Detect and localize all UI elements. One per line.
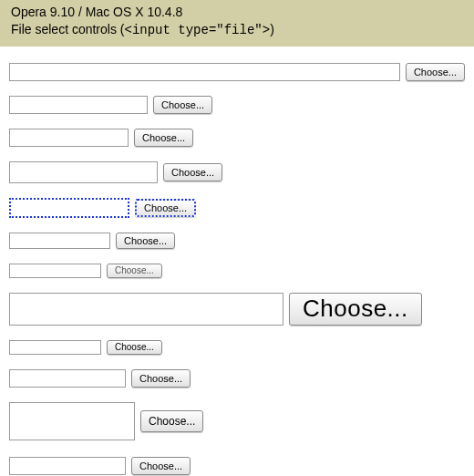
file-path-input[interactable]: [9, 402, 135, 440]
file-path-input[interactable]: [9, 161, 158, 183]
subtitle-suffix: ): [270, 22, 274, 36]
subtitle-prefix: File select controls (: [11, 22, 124, 36]
file-path-input[interactable]: [9, 63, 400, 81]
choose-button[interactable]: Choose...: [153, 96, 212, 114]
choose-button[interactable]: Choose...: [131, 457, 191, 475]
choose-button[interactable]: Choose...: [163, 163, 222, 181]
file-path-input[interactable]: [9, 457, 126, 475]
file-control-11: Choose...: [9, 402, 465, 440]
file-control-12: Choose...: [9, 457, 465, 475]
file-control-7: Choose...: [9, 264, 465, 278]
file-control-6: Choose...: [9, 233, 465, 249]
file-path-input[interactable]: [9, 233, 110, 249]
header-title: Opera 9.10 / Mac OS X 10.4.8: [11, 4, 463, 21]
choose-button[interactable]: Choose...: [140, 410, 203, 432]
file-control-3: Choose...: [9, 129, 465, 147]
choose-button[interactable]: Choose...: [289, 293, 422, 326]
choose-button[interactable]: Choose...: [134, 129, 193, 147]
choose-button[interactable]: Choose...: [116, 233, 175, 249]
header-subtitle: File select controls (<input type="file"…: [11, 21, 463, 39]
content-area: Choose... Choose... Choose... Choose... …: [0, 47, 474, 476]
choose-button[interactable]: Choose...: [107, 264, 162, 278]
file-path-input[interactable]: [9, 340, 101, 355]
file-path-input[interactable]: [9, 129, 129, 147]
file-control-10: Choose...: [9, 369, 465, 388]
file-control-2: Choose...: [9, 96, 465, 114]
choose-button[interactable]: Choose...: [406, 63, 465, 81]
file-path-input[interactable]: [9, 293, 283, 326]
subtitle-code: <input type="file">: [124, 23, 270, 37]
choose-button[interactable]: Choose...: [107, 340, 162, 355]
file-path-input[interactable]: [9, 198, 129, 218]
choose-button[interactable]: Choose...: [131, 369, 191, 388]
file-control-9: Choose...: [9, 340, 465, 355]
choose-button[interactable]: Choose...: [135, 199, 196, 217]
file-control-5-focused: Choose...: [9, 198, 465, 218]
file-control-4: Choose...: [9, 161, 465, 183]
header-bar: Opera 9.10 / Mac OS X 10.4.8 File select…: [0, 0, 474, 47]
file-path-input[interactable]: [9, 369, 126, 388]
file-control-1: Choose...: [9, 63, 465, 81]
file-path-input[interactable]: [9, 96, 148, 114]
file-path-input[interactable]: [9, 264, 101, 278]
file-control-8-large: Choose...: [9, 293, 465, 326]
